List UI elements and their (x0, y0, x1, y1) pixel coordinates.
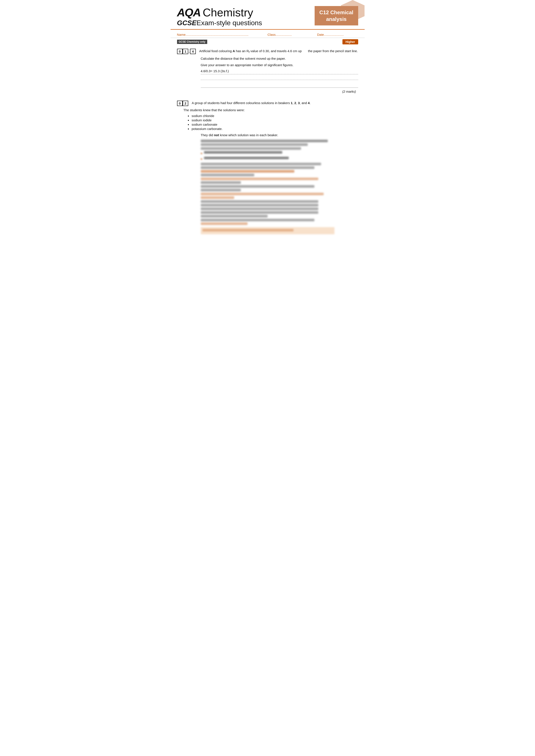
q2-students-knew: The students knew that the solutions wer… (183, 108, 352, 112)
question-014: 0 1 . 4 Artificial food colouring A has … (177, 49, 358, 94)
q2-b3: 3 (298, 101, 300, 105)
q2-n1: 0 (177, 101, 183, 106)
blurred-footer-bar (201, 227, 334, 234)
chemistry-text: Chemistry (203, 6, 253, 19)
gcse-exam-line: GCSEExam-style questions (177, 19, 262, 27)
topic-line2: analysis (319, 16, 353, 22)
q1-n3: 4 (190, 49, 196, 54)
q2-number: 0 2 (177, 101, 188, 106)
tags-row: GCSE Chemistry only Higher (171, 38, 365, 46)
q2-text: A group of students had four different c… (192, 101, 358, 106)
q2-beakers: 1 (291, 101, 293, 105)
exam-style-text: Exam-style questions (196, 19, 262, 27)
gcse-text: GCSE (177, 19, 197, 27)
q1-sub-content: Calculate the distance that the solvent … (201, 56, 358, 94)
q2-n2: 2 (183, 101, 188, 106)
bullet-sodium-chloride: sodium chloride (188, 114, 352, 118)
blurred-bullet-1: • (201, 151, 334, 156)
q1-instruction1: Calculate the distance that the solvent … (201, 56, 358, 61)
blurred-para4 (201, 177, 334, 184)
blurred-para5 (201, 185, 334, 191)
bullet-potassium-carbonate: potassium carbonate. (188, 127, 352, 131)
blurred-dot-1: • (201, 151, 203, 156)
q1-dot: . (188, 50, 190, 53)
q1-marks: (2 marks) (201, 89, 358, 94)
q2-not-know: They did not know which solution was in … (201, 133, 334, 138)
q2-b4: 4 (308, 101, 310, 105)
date-field: Date...................... (317, 33, 358, 37)
q1-n1: 0 (177, 49, 183, 54)
higher-badge: Higher (342, 39, 358, 44)
q1-instruction2: Give your answer to an appropriate numbe… (201, 63, 358, 68)
question-02: 0 2 A group of students had four differe… (177, 101, 358, 234)
blurred-para6 (201, 193, 334, 199)
aqa-text: AQA (177, 6, 201, 19)
q1-bold-a: A (233, 49, 235, 53)
name-field: Name....................................… (177, 33, 259, 37)
q1-answer-area (201, 84, 358, 88)
name-class-date-row: Name....................................… (171, 30, 365, 38)
topic-badge: C12 Chemical analysis (315, 6, 358, 25)
main-content: 0 1 . 4 Artificial food colouring A has … (171, 46, 365, 247)
q2-header: 0 2 A group of students had four differe… (177, 101, 358, 106)
aqa-logo: AQA Chemistry (177, 6, 253, 19)
q1-sub-f: f (249, 51, 249, 54)
blurred-para8 (201, 219, 334, 225)
q2-not-bold: not (214, 133, 219, 137)
blurred-bullets: • • (201, 151, 334, 161)
bullet-sodium-carbonate: sodium carbonate (188, 122, 352, 126)
blurred-para7 (201, 200, 334, 217)
logo-area: AQA Chemistry GCSEExam-style questions (177, 6, 262, 27)
page-header: AQA Chemistry GCSEExam-style questions C… (171, 0, 365, 30)
class-field: Class.................. (268, 33, 309, 37)
q1-header: 0 1 . 4 Artificial food colouring A has … (177, 49, 358, 54)
q1-text: Artificial food colouring A has an Rf va… (199, 49, 358, 54)
q2-blurred-content: • • (201, 140, 334, 234)
blurred-dot-2: • (201, 157, 203, 161)
q2-bullet-list: sodium chloride sodium iodide sodium car… (188, 114, 352, 131)
gcse-only-tag: GCSE Chemistry only (177, 40, 207, 44)
q1-answer-line1 (201, 76, 358, 80)
bullet-sodium-iodide: sodium iodide (188, 118, 352, 122)
blurred-para3 (201, 163, 334, 176)
q1-marks-text: (2 marks) (342, 89, 356, 94)
blurred-bullet-2: • (201, 157, 334, 161)
blurred-para1 (201, 140, 334, 146)
q1-answer-text: 4.6/0.3= 15.3 (3s.f.) (201, 68, 358, 74)
topic-line1: C12 Chemical (319, 9, 353, 16)
blurred-para2 (201, 147, 334, 150)
q1-number: 0 1 . 4 (177, 49, 196, 54)
q2-b2: 2 (294, 101, 296, 105)
q1-n2: 1 (183, 49, 188, 54)
